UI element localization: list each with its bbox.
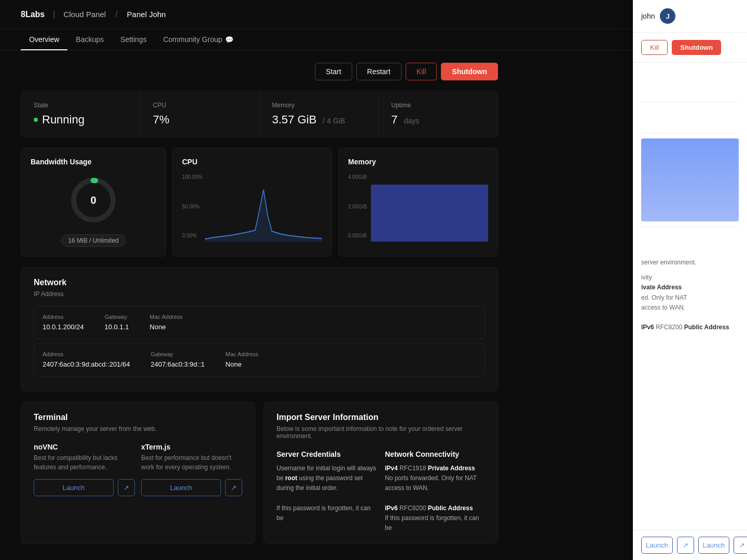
xterm-ext-button[interactable]: ↗ <box>225 479 242 496</box>
chat-icon: 💬 <box>225 36 233 44</box>
brand-name: 8Labs <box>21 10 45 19</box>
bandwidth-title: Bandwidth Usage <box>31 158 156 166</box>
gateway-value-1: 10.0.1.1 <box>105 323 129 331</box>
side-panel-section-2 <box>641 102 739 133</box>
novnc-ext-button[interactable]: ↗ <box>118 479 135 496</box>
tab-settings[interactable]: Settings <box>112 29 155 50</box>
state-value: Running <box>34 113 128 127</box>
bottom-row: Terminal Remotely manage your server fro… <box>21 402 498 544</box>
donut-wrapper: 0 <box>67 174 119 226</box>
address-value-1: 10.0.1.200/24 <box>43 323 84 331</box>
slash-sep: / <box>115 10 117 19</box>
cpu-chart-inner <box>205 174 322 247</box>
mac-label-2: Mac Address <box>226 351 259 357</box>
server-info-desc: Below is some important information to n… <box>276 425 485 440</box>
novnc-desc: Best for compatibility but lacks feature… <box>34 453 135 472</box>
side-panel-connectivity: ivity ivate Address ed. Only for NAT acc… <box>641 273 739 332</box>
ip-cols-1: Address 10.0.1.200/24 Gateway 10.0.1.1 M… <box>43 314 476 331</box>
connectivity-title: Network Connectivity <box>385 450 485 458</box>
memory-label: Memory <box>272 102 366 109</box>
side-panel-ext-1[interactable]: ↗ <box>677 537 694 554</box>
tab-overview[interactable]: Overview <box>21 29 67 50</box>
address-label-1: Address <box>43 314 84 320</box>
tab-backups[interactable]: Backups <box>67 29 112 50</box>
stat-state: State Running <box>21 91 140 137</box>
xterm-title: xTerm.js <box>141 443 242 451</box>
panel-name: Panel John <box>127 10 166 19</box>
terminal-option-novnc: noVNC Best for compatibility but lacks f… <box>34 443 135 496</box>
novnc-title: noVNC <box>34 443 135 451</box>
start-button[interactable]: Start <box>315 63 352 80</box>
running-dot <box>34 118 38 122</box>
side-panel-username: john <box>641 12 655 20</box>
credentials-section: Server Credentials Username for initial … <box>276 450 377 533</box>
side-panel-ext-2[interactable]: ↗ <box>734 537 747 554</box>
terminal-desc: Remotely manage your server from the web… <box>34 425 242 432</box>
address-value-2: 2407:6ac0:3:9d:abcd::201/64 <box>43 360 130 368</box>
side-panel-shutdown-button[interactable]: Shutdown <box>672 40 721 55</box>
credentials-text: Username for initial login will always b… <box>276 464 377 523</box>
cpu-chart-svg <box>205 174 322 242</box>
side-panel-content: server environment. ivity ivate Address … <box>633 63 747 341</box>
side-panel-memory-bar <box>641 138 739 221</box>
stat-uptime: Uptime 7 days <box>379 91 497 137</box>
gateway-value-2: 2407:6ac0:3:9d::1 <box>150 360 204 368</box>
xterm-launch-button[interactable]: Launch <box>141 479 221 496</box>
cpu-line-chart: 100.00% 50.00% 0.00% <box>182 174 322 247</box>
ip-row-2: Address 2407:6ac0:3:9d:abcd::201/64 Gate… <box>34 343 485 376</box>
svg-rect-9 <box>371 185 488 242</box>
cpu-label: CPU <box>153 102 247 109</box>
xterm-launch-row: Launch ↗ <box>141 479 242 496</box>
cpu-y-labels: 100.00% 50.00% 0.00% <box>182 174 203 239</box>
bandwidth-chart-card: Bandwidth Usage 0 16 MiB / Unlimited <box>21 148 166 257</box>
terminal-options: noVNC Best for compatibility but lacks f… <box>34 443 242 496</box>
svg-marker-5 <box>205 190 322 242</box>
nav-left: 8Labs | Cloud Panel / Panel John <box>21 10 166 19</box>
mac-value-1: None <box>150 323 166 331</box>
server-info-cols: Server Credentials Username for initial … <box>276 450 485 533</box>
terminal-option-xterm: xTerm.js Best for performance but doesn'… <box>141 443 242 496</box>
mac-label-1: Mac Address <box>150 314 183 320</box>
memory-chart-title: Memory <box>348 158 488 166</box>
novnc-launch-button[interactable]: Launch <box>34 479 114 496</box>
memory-chart-inner <box>371 174 488 247</box>
mac-col-2: Mac Address None <box>226 351 259 369</box>
cloud-panel-label: Cloud Panel <box>63 10 106 19</box>
bandwidth-limit-label: 16 MiB / Unlimited <box>61 234 125 247</box>
side-panel-launch-2[interactable]: Launch <box>698 537 730 554</box>
side-panel: john J Kill Shutdown server environment.… <box>633 0 747 560</box>
side-panel-avatar[interactable]: J <box>660 8 675 24</box>
connectivity-section: Network Connectivity IPv4 RFC1918 Privat… <box>385 450 485 533</box>
side-panel-text: server environment. <box>641 258 739 268</box>
xterm-desc: Best for performance but doesn't work fo… <box>141 453 242 472</box>
restart-button[interactable]: Restart <box>356 63 402 80</box>
side-panel-kill-button[interactable]: Kill <box>641 40 668 55</box>
kill-button[interactable]: Kill <box>406 63 437 80</box>
gateway-col-2: Gateway 2407:6ac0:3:9d::1 <box>150 351 204 369</box>
ip-address-col-1: Address 10.0.1.200/24 <box>43 314 84 331</box>
ip-address-col-2: Address 2407:6ac0:3:9d:abcd::201/64 <box>43 351 130 369</box>
memory-y-labels: 4.00GiB 2.00GiB 0.00GiB <box>348 174 369 239</box>
side-panel-header: john J <box>633 0 747 33</box>
side-panel-section-1 <box>641 71 739 102</box>
cpu-chart-title: CPU <box>182 158 322 166</box>
memory-chart-svg <box>371 174 488 242</box>
stat-cpu: CPU 7% <box>141 91 259 137</box>
side-panel-body: server environment. ivity ivate Address … <box>633 63 747 530</box>
side-panel-launch-1[interactable]: Launch <box>641 537 673 554</box>
server-info-card: Import Server Information Below is some … <box>264 402 498 544</box>
network-title: Network <box>34 278 485 287</box>
side-panel-section-3 <box>641 227 739 258</box>
shutdown-button[interactable]: Shutdown <box>441 63 498 80</box>
network-subtitle: IP Address <box>34 290 485 298</box>
uptime-label: Uptime <box>391 102 485 109</box>
memory-bar-chart: 4.00GiB 2.00GiB 0.00GiB <box>348 174 488 247</box>
mac-value-2: None <box>226 360 242 368</box>
tab-community[interactable]: Community Group 💬 <box>155 29 242 50</box>
main-content: Start Restart Kill Shutdown State Runnin… <box>0 50 519 556</box>
side-panel-bottom: Launch ↗ Launch ↗ <box>633 530 747 560</box>
terminal-title: Terminal <box>34 413 242 422</box>
donut-center-value: 0 <box>90 194 96 206</box>
cpu-value: 7% <box>153 113 247 127</box>
connectivity-text: IPv4 RFC1918 Private Address No ports fo… <box>385 464 485 533</box>
